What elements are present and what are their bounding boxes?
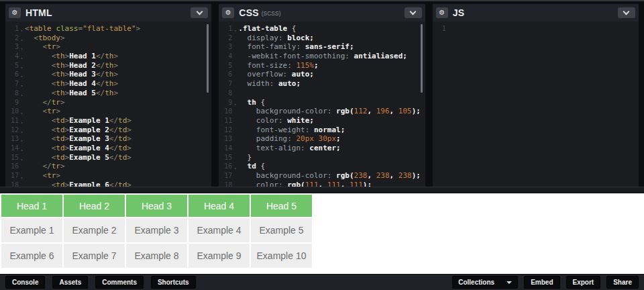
line-number: 17	[5, 171, 19, 181]
fold-arrow-icon[interactable]: ▾	[19, 107, 25, 116]
code-text: </tr>	[25, 98, 211, 107]
fold-spacer	[232, 134, 238, 144]
code-text: font-weight: normal;	[238, 126, 425, 135]
fold-spacer	[232, 126, 238, 135]
code-line: 16▾ td {	[219, 162, 425, 171]
share-button[interactable]: Share	[606, 276, 639, 289]
panel-js: ⚙ JS 1	[433, 4, 639, 187]
console-button[interactable]: Console	[5, 276, 45, 289]
collections-dropdown[interactable]: Collections	[452, 276, 518, 289]
line-number: 4	[219, 52, 232, 61]
fold-spacer	[446, 24, 452, 34]
fold-arrow-icon[interactable]: ▾	[19, 89, 25, 98]
fold-arrow-icon[interactable]: ▾	[19, 70, 25, 79]
fold-spacer	[232, 107, 238, 116]
line-number: 7	[219, 79, 232, 89]
line-number: 1	[5, 24, 19, 34]
fold-spacer	[232, 70, 238, 79]
panel-collapse-button[interactable]	[405, 7, 422, 18]
fold-arrow-icon[interactable]: ▾	[19, 181, 25, 187]
footer-bar: ConsoleAssetsCommentsShortcuts Collectio…	[0, 274, 644, 290]
panel-css: ⚙ CSS (SCSS) 1▾.flat-table {2 display: b…	[219, 4, 425, 187]
code-text: <th>Head 4</th>	[25, 79, 211, 89]
fold-spacer	[232, 181, 238, 187]
gear-icon[interactable]: ⚙	[9, 7, 21, 18]
code-line: 8	[219, 89, 425, 98]
line-number: 5	[219, 61, 232, 70]
export-button[interactable]: Export	[566, 276, 601, 289]
fold-spacer	[232, 42, 238, 52]
table-header-row: Head 1Head 2Head 3Head 4Head 5	[1, 195, 312, 217]
code-text: <td>Example 2</td>	[25, 126, 211, 135]
fold-arrow-icon[interactable]: ▾	[19, 171, 25, 181]
gear-icon[interactable]: ⚙	[222, 7, 234, 18]
fold-arrow-icon[interactable]: ▾	[232, 162, 238, 171]
code-line: 4 -webkit-font-smoothing: antialiased;	[219, 52, 425, 61]
assets-button[interactable]: Assets	[52, 276, 88, 289]
code-text: <tbody>	[25, 34, 211, 43]
code-editor-js[interactable]: 1	[433, 21, 639, 187]
fold-arrow-icon[interactable]: ▾	[19, 24, 25, 34]
line-number: 15	[5, 153, 19, 162]
gear-icon[interactable]: ⚙	[436, 7, 448, 18]
fold-arrow-icon[interactable]: ▾	[232, 98, 238, 107]
panel-collapse-button[interactable]	[191, 7, 208, 18]
code-editor-html[interactable]: 1▾<table class="flat-table">2▾ <tbody>3▾…	[5, 21, 211, 187]
comments-button[interactable]: Comments	[95, 276, 144, 289]
line-number: 16	[219, 162, 232, 171]
fold-arrow-icon[interactable]: ▾	[19, 126, 25, 135]
panel-resize-divider[interactable]	[0, 187, 644, 193]
code-line: 18▾ <td>Example 6</td>	[5, 181, 211, 187]
chevron-down-icon	[410, 9, 417, 15]
chevron-down-icon	[196, 9, 203, 15]
editor-panels: ⚙ HTML 1▾<table class="flat-table">2▾ <t…	[5, 4, 639, 187]
panel-collapse-button[interactable]	[618, 7, 635, 18]
fold-arrow-icon[interactable]: ▾	[19, 34, 25, 43]
code-text: <tr>	[25, 107, 211, 116]
collections-label: Collections	[458, 279, 494, 286]
fold-spacer	[232, 153, 238, 162]
line-number: 13	[5, 134, 19, 144]
code-text: display: block;	[238, 34, 425, 43]
code-line: 11 color: white;	[219, 116, 425, 126]
fold-arrow-icon[interactable]: ▾	[232, 24, 238, 34]
code-text: padding: 20px 30px;	[238, 134, 425, 144]
fold-arrow-icon[interactable]: ▾	[19, 153, 25, 162]
code-text: <td>Example 1</td>	[25, 116, 211, 126]
fold-arrow-icon[interactable]: ▾	[19, 116, 25, 126]
table-cell: Example 3	[126, 218, 187, 242]
preview-pane: Head 1Head 2Head 3Head 4Head 5Example 1E…	[0, 193, 644, 274]
scrollbar-html[interactable]	[207, 24, 209, 93]
table-header-cell: Head 1	[1, 195, 62, 217]
code-text: width: auto;	[238, 79, 425, 89]
fold-arrow-icon[interactable]: ▾	[19, 144, 25, 153]
code-line: 9▾ th {	[219, 98, 425, 107]
line-number: 14	[219, 144, 232, 153]
line-number: 9	[5, 98, 19, 107]
fold-arrow-icon[interactable]: ▾	[19, 52, 25, 61]
fold-spacer	[232, 52, 238, 61]
line-number: 5	[5, 61, 19, 70]
code-text: <tr>	[25, 171, 211, 181]
shortcuts-button[interactable]: Shortcuts	[151, 276, 196, 289]
scrollbar-css[interactable]	[421, 24, 423, 93]
fold-arrow-icon[interactable]: ▾	[19, 134, 25, 144]
line-number: 15	[219, 153, 232, 162]
code-text: td {	[238, 162, 425, 171]
line-number: 6	[5, 70, 19, 79]
code-text: </tr>	[25, 162, 211, 171]
fold-spacer	[19, 162, 25, 171]
line-number: 10	[5, 107, 19, 116]
code-text: <table class="flat-table">	[25, 24, 211, 34]
fold-arrow-icon[interactable]: ▾	[19, 79, 25, 89]
fold-spacer	[232, 144, 238, 153]
code-editor-css[interactable]: 1▾.flat-table {2 display: block;3 font-f…	[219, 21, 425, 187]
line-number: 18	[5, 181, 19, 187]
caret-down-icon	[506, 281, 512, 284]
fold-arrow-icon[interactable]: ▾	[19, 42, 25, 52]
code-line: 17 background-color: rgb(238, 238, 238);	[219, 171, 425, 181]
fold-arrow-icon[interactable]: ▾	[19, 61, 25, 70]
embed-button[interactable]: Embed	[524, 276, 559, 289]
code-text: <td>Example 3</td>	[25, 134, 211, 144]
code-line: 14 text-align: center;	[219, 144, 425, 153]
